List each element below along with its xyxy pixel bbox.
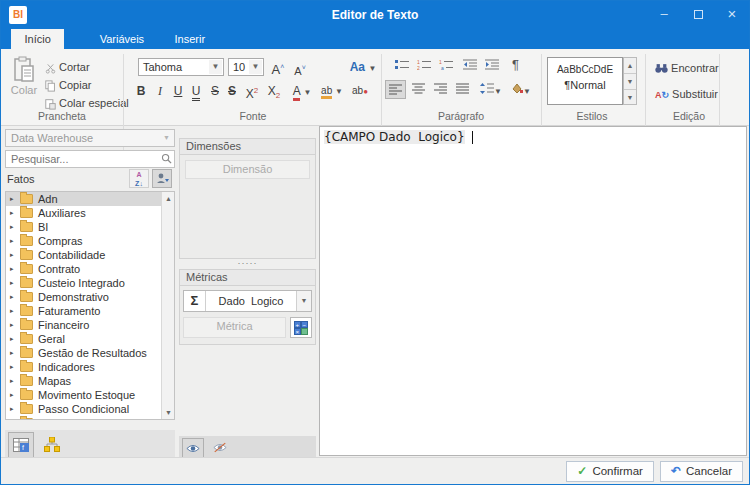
chevron-right-icon[interactable]: ▸ — [10, 405, 20, 413]
chevron-right-icon[interactable]: ▸ — [10, 251, 20, 259]
strikethrough-button[interactable]: S — [206, 82, 224, 100]
text-editor-area[interactable]: {CAMPO Dado Logico} — [319, 126, 747, 456]
style-scroll-down-button[interactable]: ▼ — [624, 74, 636, 90]
tree-item[interactable]: ▸Plan. Orçamentário — [6, 416, 162, 420]
chevron-right-icon[interactable]: ▸ — [10, 307, 20, 315]
align-center-button[interactable] — [408, 80, 429, 99]
chevron-right-icon[interactable]: ▸ — [10, 223, 20, 231]
chevron-right-icon[interactable]: ▸ — [10, 321, 20, 329]
align-left-button[interactable] — [385, 80, 406, 99]
maximize-button[interactable] — [681, 1, 715, 29]
search-input[interactable] — [5, 150, 175, 168]
font-color-button[interactable]: A ▼ — [289, 82, 315, 100]
chevron-right-icon[interactable]: ▸ — [10, 209, 20, 217]
metric-dropdown-button[interactable]: ▼ — [296, 291, 311, 311]
copy-button[interactable]: Copiar — [45, 79, 91, 92]
scroll-up-button[interactable]: ▲ — [162, 192, 175, 205]
tree-item[interactable]: ▸Auxiliares — [6, 206, 162, 220]
tree-item[interactable]: ▸Contrato — [6, 262, 162, 276]
chevron-right-icon[interactable]: ▸ — [10, 279, 20, 287]
minimize-button[interactable]: – — [647, 1, 681, 29]
font-size-select[interactable]: 10 ▼ — [228, 58, 264, 76]
justify-button[interactable] — [452, 80, 473, 99]
formula-button[interactable]: + − × — [290, 317, 312, 338]
cancel-button[interactable]: ↶ Cancelar — [660, 461, 743, 482]
facts-tree[interactable]: ▸Adn ▸Auxiliares ▸BI ▸Compras ▸Contabili… — [5, 191, 175, 420]
line-spacing-button[interactable]: ▼ — [477, 80, 505, 99]
change-case-button[interactable]: Aa ▼ — [349, 58, 377, 76]
tree-item[interactable]: ▸Demonstrativo — [6, 290, 162, 304]
superscript-button[interactable]: X2 — [241, 82, 263, 100]
dimension-drop-placeholder[interactable]: Dimensão — [185, 160, 310, 179]
tree-item[interactable]: ▸Movimento Estoque — [6, 388, 162, 402]
text-effects-button[interactable]: ab● — [349, 82, 371, 100]
bullet-list-button[interactable] — [391, 57, 412, 76]
field-token[interactable]: {CAMPO Dado Logico} — [324, 130, 465, 144]
group-by-user-button[interactable] — [152, 169, 172, 188]
increase-indent-button[interactable] — [481, 57, 502, 76]
tree-item[interactable]: ▸Financeiro — [6, 318, 162, 332]
chevron-right-icon[interactable]: ▸ — [10, 195, 20, 203]
align-right-button[interactable] — [430, 80, 451, 99]
underline-button[interactable]: U — [169, 82, 187, 100]
tree-item[interactable]: ▸Contabilidade — [6, 248, 162, 262]
chevron-right-icon[interactable]: ▸ — [10, 377, 20, 385]
chevron-right-icon[interactable]: ▸ — [10, 363, 20, 371]
hide-button[interactable] — [209, 438, 231, 458]
chevron-right-icon[interactable]: ▸ — [10, 293, 20, 301]
tab-inserir[interactable]: Inserir — [162, 29, 219, 49]
chevron-right-icon[interactable]: ▸ — [10, 335, 20, 343]
tree-item[interactable]: ▸Geral — [6, 332, 162, 346]
tree-item[interactable]: ▸Adn — [6, 192, 162, 206]
shading-button[interactable]: ▼ — [507, 80, 535, 99]
hierarchy-view-button[interactable] — [39, 432, 65, 458]
tree-item[interactable]: ▸Faturamento — [6, 304, 162, 318]
tree-item[interactable]: ▸Mapas — [6, 374, 162, 388]
tree-item[interactable]: ▸Passo Condicional — [6, 402, 162, 416]
paste-button[interactable]: Colar — [9, 56, 39, 108]
tree-item[interactable]: ▸Indicadores — [6, 360, 162, 374]
show-button[interactable] — [182, 438, 204, 458]
highlight-button[interactable]: ab ▼ — [317, 82, 347, 100]
paste-special-button[interactable]: Colar especial — [45, 97, 129, 110]
style-gallery[interactable]: AaBbCcDdE ¶Normal — [547, 57, 623, 105]
tree-item[interactable]: ▸BI — [6, 220, 162, 234]
tree-item[interactable]: ▸Compras — [6, 234, 162, 248]
replace-button[interactable]: A↻ Substituir — [655, 88, 718, 100]
scroll-down-button[interactable]: ▼ — [162, 406, 175, 419]
splitter-handle[interactable]: ····· — [179, 259, 316, 269]
tab-variaveis[interactable]: Variáveis — [87, 29, 157, 49]
chevron-right-icon[interactable]: ▸ — [10, 391, 20, 399]
style-scroll-up-button[interactable]: ▲ — [624, 58, 636, 74]
italic-button[interactable]: I — [151, 82, 169, 100]
style-gallery-more-button[interactable]: ▼ — [624, 90, 636, 104]
metric-drop-placeholder[interactable]: Métrica — [183, 317, 286, 338]
double-strikethrough-button[interactable]: S — [223, 82, 241, 100]
show-paragraph-marks-button[interactable]: ¶ — [505, 56, 526, 75]
tree-scrollbar[interactable]: ▲ ▼ — [161, 192, 174, 419]
find-button[interactable]: Encontrar — [655, 62, 719, 74]
chevron-right-icon[interactable]: ▸ — [10, 349, 20, 357]
search-icon[interactable] — [161, 153, 172, 164]
confirm-button[interactable]: ✓ Confirmar — [566, 461, 654, 482]
decrease-indent-button[interactable] — [459, 57, 480, 76]
grow-font-button[interactable]: A˄ — [269, 58, 287, 76]
tab-inicio[interactable]: Início — [11, 29, 63, 49]
numbered-list-button[interactable]: 12 — [413, 57, 434, 76]
cut-button[interactable]: Cortar — [45, 61, 90, 74]
chevron-right-icon[interactable]: ▸ — [10, 265, 20, 273]
font-family-select[interactable]: Tahoma ▼ — [138, 58, 224, 76]
table-view-button[interactable]: f — [8, 432, 34, 458]
double-underline-button[interactable]: U — [187, 82, 205, 100]
bold-button[interactable]: B — [132, 82, 150, 100]
shrink-font-button[interactable]: A˅ — [291, 59, 309, 77]
sort-az-button[interactable]: AZ↓ — [129, 169, 149, 188]
metric-field[interactable]: Σ Dado Logico ▼ — [183, 290, 312, 312]
chevron-right-icon[interactable]: ▸ — [10, 419, 20, 420]
close-button[interactable]: × — [715, 1, 749, 29]
source-select[interactable]: Data Warehouse ▼ — [5, 129, 175, 147]
multilevel-list-button[interactable]: 1a — [435, 57, 456, 76]
tree-item[interactable]: ▸Gestão de Resultados — [6, 346, 162, 360]
tree-item[interactable]: ▸Custeio Integrado — [6, 276, 162, 290]
chevron-right-icon[interactable]: ▸ — [10, 237, 20, 245]
